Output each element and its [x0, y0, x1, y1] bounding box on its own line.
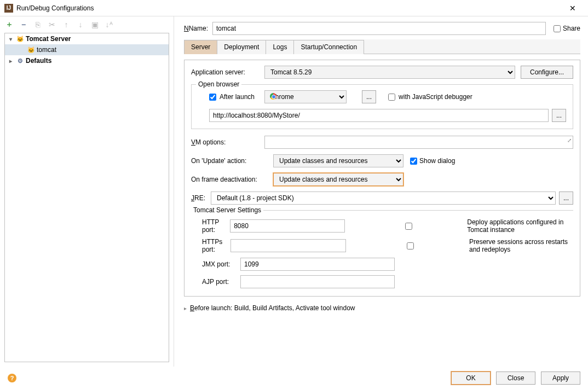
- on-update-label: On 'Update' action:: [191, 157, 273, 165]
- remove-icon[interactable]: −: [19, 20, 28, 30]
- app-icon: IJ: [4, 4, 13, 13]
- add-icon[interactable]: ＋: [4, 20, 14, 30]
- tab-logs[interactable]: Logs: [266, 40, 294, 54]
- down-icon[interactable]: ↓: [76, 20, 85, 30]
- deploy-apps-label: Deploy applications configured in Tomcat…: [467, 218, 573, 234]
- tree-item-tomcat-server[interactable]: ▾ 🐱 Tomcat Server: [5, 33, 169, 44]
- jre-select[interactable]: Default (1.8 - project SDK): [211, 191, 556, 205]
- sort-icon[interactable]: ↓ᴬ: [104, 20, 114, 30]
- on-update-select[interactable]: Update classes and resources: [273, 154, 403, 167]
- window-title: Run/Debug Configurations: [16, 4, 562, 12]
- vm-options-label: VM options:: [191, 138, 264, 146]
- close-icon[interactable]: ✕: [562, 4, 584, 13]
- ajp-port-label: AJP port:: [191, 278, 240, 286]
- tree-item-defaults[interactable]: ▸ ⚙ Defaults: [5, 55, 169, 66]
- deploy-apps-checkbox[interactable]: Deploy applications configured in Tomcat…: [353, 218, 573, 234]
- sidebar: ＋ − ⎘ ✂ ↑ ↓ ▣ ↓ᴬ ▾ 🐱 Tomcat Server 🐱 tom…: [0, 16, 174, 367]
- browser-more-button[interactable]: ...: [362, 90, 376, 103]
- appserver-select[interactable]: Tomcat 8.5.29: [264, 66, 515, 79]
- copy-icon[interactable]: ⎘: [33, 20, 43, 30]
- caret-right-icon: ▸: [184, 305, 187, 311]
- up-icon[interactable]: ↑: [61, 20, 71, 30]
- folder-icon[interactable]: ▣: [90, 20, 100, 30]
- tree-label: Defaults: [25, 57, 51, 65]
- tab-server[interactable]: Server: [184, 40, 217, 54]
- before-launch-section[interactable]: ▸ Before launch: Build, Build Artifacts,…: [184, 304, 580, 312]
- open-browser-fieldset: Open browser After launch Chrome ... wit…: [191, 84, 573, 129]
- share-label: Share: [563, 25, 580, 32]
- content-panel: NName: Share Server Deployment Logs Star…: [174, 16, 588, 367]
- show-dialog-label: Show dialog: [419, 157, 455, 165]
- share-checkbox[interactable]: Share: [554, 25, 580, 32]
- tomcat-icon: 🐱: [16, 36, 25, 43]
- show-dialog-checkbox[interactable]: [410, 158, 417, 165]
- url-input[interactable]: [209, 109, 549, 122]
- vm-options-input[interactable]: ⤢: [264, 136, 573, 149]
- name-label: NName:: [184, 25, 208, 32]
- sidebar-toolbar: ＋ − ⎘ ✂ ↑ ↓ ▣ ↓ᴬ: [0, 16, 174, 33]
- tree-label: Tomcat Server: [25, 35, 71, 43]
- url-more-button[interactable]: ...: [552, 109, 566, 122]
- close-button[interactable]: Close: [496, 371, 535, 385]
- titlebar: IJ Run/Debug Configurations ✕: [0, 0, 588, 16]
- open-browser-legend: Open browser: [196, 80, 241, 88]
- tomcat-icon: 🐱: [27, 47, 36, 54]
- expand-icon[interactable]: ⤢: [567, 137, 572, 143]
- ajp-port-input[interactable]: [240, 275, 395, 288]
- jre-more-button[interactable]: ...: [559, 191, 573, 205]
- config-tree: ▾ 🐱 Tomcat Server 🐱 tomcat ▸ ⚙ Defaults: [4, 33, 169, 362]
- after-launch-checkbox[interactable]: [209, 94, 216, 101]
- js-debugger-checkbox[interactable]: [388, 94, 395, 101]
- preserve-sessions-checkbox[interactable]: Preserve sessions across restarts and re…: [354, 238, 573, 253]
- jmx-port-input[interactable]: [240, 258, 395, 271]
- jmx-port-label: JMX port:: [191, 260, 240, 268]
- footer: ? OK Close Apply: [0, 367, 588, 389]
- tree-item-tomcat[interactable]: 🐱 tomcat: [5, 44, 169, 55]
- ok-button[interactable]: OK: [451, 371, 491, 385]
- configure-button[interactable]: Configure...: [521, 66, 573, 79]
- tab-deployment[interactable]: Deployment: [217, 40, 266, 54]
- tomcat-settings-legend: Tomcat Server Settings: [191, 206, 263, 214]
- help-icon[interactable]: ?: [8, 374, 16, 382]
- apply-button[interactable]: Apply: [541, 371, 580, 385]
- tab-bar: Server Deployment Logs Startup/Connectio…: [184, 39, 580, 54]
- js-debugger-label: with JavaScript debugger: [399, 93, 472, 101]
- tree-label: tomcat: [36, 46, 56, 54]
- preserve-sessions-label: Preserve sessions across restarts and re…: [469, 238, 573, 253]
- jre-label: JRE:: [191, 194, 211, 202]
- server-panel: Application server: Tomcat 8.5.29 Config…: [184, 60, 580, 297]
- http-port-input[interactable]: [230, 219, 345, 233]
- settings-icon[interactable]: ✂: [47, 20, 57, 30]
- on-frame-select[interactable]: Update classes and resources: [273, 173, 403, 186]
- share-checkbox-input[interactable]: [554, 25, 561, 32]
- appserver-label: Application server:: [191, 68, 264, 76]
- https-port-label: HTTPs port:: [191, 238, 230, 253]
- browser-select[interactable]: Chrome: [264, 90, 347, 103]
- caret-right-icon: ▸: [9, 58, 16, 64]
- after-launch-label: After launch: [220, 93, 255, 101]
- caret-down-icon: ▾: [9, 36, 16, 42]
- http-port-label: HTTP port:: [191, 218, 230, 234]
- name-input[interactable]: [212, 22, 546, 35]
- gear-icon: ⚙: [16, 57, 25, 65]
- on-frame-label: On frame deactivation:: [191, 176, 273, 183]
- before-launch-label: Before launch: Build, Build Artifacts, A…: [190, 304, 355, 312]
- https-port-input[interactable]: [230, 239, 346, 252]
- tab-startup[interactable]: Startup/Connection: [293, 40, 364, 54]
- tomcat-settings-fieldset: Tomcat Server Settings HTTP port: Deploy…: [191, 210, 573, 288]
